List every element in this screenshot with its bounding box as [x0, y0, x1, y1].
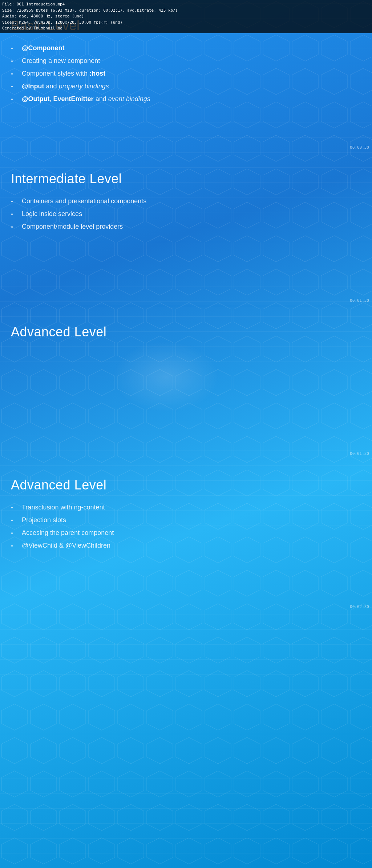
keyword-eventemitter: EventEmitter: [53, 95, 94, 103]
glow-effect: [112, 340, 221, 413]
list-item: @Component: [11, 44, 361, 52]
item-text: @Input and property bindings: [22, 83, 109, 90]
file-info-bar: File: 001 Introduction.mp4 Size: 7269959…: [0, 0, 372, 33]
item-text: Logic inside services: [22, 210, 82, 218]
list-item: Projection slots: [11, 516, 361, 524]
item-text: Transclusion with ng-content: [22, 504, 105, 511]
list-item: Containers and presentational components: [11, 197, 361, 205]
timestamp-advanced2: 00:02:30: [350, 604, 369, 609]
file-info-line3: Audio: aac, 48000 Hz, stereo (und): [2, 13, 370, 20]
item-text: Component styles with :host: [22, 70, 105, 77]
list-item: Accesing the parent component: [11, 529, 361, 537]
advanced-level-title-1: Advanced Level: [11, 324, 361, 340]
timestamp-intermediate: 00:01:30: [350, 298, 369, 303]
file-info-line1: File: 001 Introduction.mp4: [2, 1, 370, 8]
intermediate-level-list: Containers and presentational components…: [11, 197, 361, 231]
advanced-level-title-2: Advanced Level: [11, 477, 361, 493]
intermediate-level-content: Intermediate Level Containers and presen…: [0, 153, 372, 306]
advanced-level-section-2: Advanced Level Transclusion with ng-cont…: [0, 459, 372, 612]
keyword-output: @Output: [22, 95, 50, 103]
advanced-level-content-1: Advanced Level: [0, 306, 372, 459]
item-text: Creating a new component: [22, 57, 100, 65]
item-text: @ViewChild & @ViewChildren: [22, 542, 110, 549]
item-text: Projection slots: [22, 516, 66, 524]
timestamp-basic: 00:00:30: [350, 145, 369, 150]
intermediate-level-title: Intermediate Level: [11, 171, 361, 187]
list-item: @ViewChild & @ViewChildren: [11, 542, 361, 549]
list-item: Component styles with :host: [11, 70, 361, 77]
list-item: Creating a new component: [11, 57, 361, 65]
basic-level-list: @Component Creating a new component Comp…: [11, 44, 361, 103]
list-item: @Output, EventEmitter and event bindings: [11, 95, 361, 103]
list-item: Logic inside services: [11, 210, 361, 218]
file-info-line5: Generated by Thumbnail me: [2, 25, 370, 32]
list-item: Transclusion with ng-content: [11, 504, 361, 511]
italic-property-bindings: property bindings: [59, 83, 109, 90]
timestamp-advanced1: 00:01:30: [350, 451, 369, 456]
file-info-line4: Video: h264, yuv420p, 1280x720, 30.00 fp…: [2, 20, 370, 26]
item-text: @Component: [22, 44, 65, 52]
list-item: Component/module level providers: [11, 223, 361, 231]
item-text: Accesing the parent component: [22, 529, 114, 537]
advanced-level-section-1: Advanced Level 00:01:30: [0, 306, 372, 459]
list-item: @Input and property bindings: [11, 83, 361, 90]
keyword-host: :host: [89, 70, 105, 77]
keyword-input: @Input: [22, 83, 44, 90]
keyword-component: @Component: [22, 44, 65, 52]
file-info-line2: Size: 7269959 bytes (6.93 MiB), duration…: [2, 8, 370, 14]
advanced-level-list: Transclusion with ng-content Projection …: [11, 504, 361, 549]
italic-event-bindings: event bindings: [108, 95, 150, 103]
advanced-level-content-2: Advanced Level Transclusion with ng-cont…: [0, 459, 372, 612]
item-text: Containers and presentational components: [22, 197, 146, 205]
intermediate-level-section: Intermediate Level Containers and presen…: [0, 153, 372, 306]
item-text: Component/module level providers: [22, 223, 123, 231]
item-text: @Output, EventEmitter and event bindings: [22, 95, 150, 103]
